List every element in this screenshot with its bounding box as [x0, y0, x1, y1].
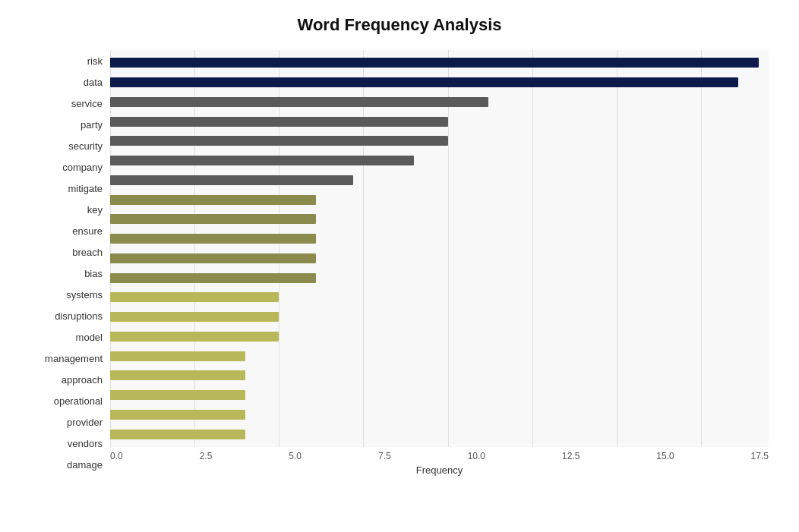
y-axis-label: data: [84, 77, 103, 87]
bar-row: [110, 288, 769, 307]
y-axis-labels: riskdataservicepartysecuritycompanymitig…: [30, 50, 110, 476]
y-axis-label: breach: [72, 247, 103, 257]
bar: [110, 77, 738, 87]
chart-title: Word Frequency Analysis: [30, 15, 769, 35]
y-axis-label: management: [45, 354, 103, 364]
bar-row: [110, 151, 769, 171]
y-axis-label: ensure: [72, 226, 103, 236]
bar: [110, 234, 316, 244]
bar-row: [110, 366, 769, 386]
y-axis-label: model: [76, 332, 103, 342]
bar: [110, 253, 316, 263]
bar-row: [110, 405, 769, 425]
bar: [110, 410, 245, 420]
y-axis-label: systems: [66, 290, 103, 300]
bar: [110, 312, 279, 322]
y-axis-label: operational: [54, 396, 103, 406]
y-axis-label: key: [87, 205, 103, 215]
bar: [110, 214, 316, 224]
x-tick-label: 12.5: [562, 451, 580, 461]
bar: [110, 58, 759, 68]
bar-row: [110, 346, 769, 366]
y-axis-label: approach: [62, 375, 103, 385]
bar: [110, 117, 448, 127]
bar: [110, 175, 353, 185]
bar: [110, 430, 245, 439]
bar: [110, 390, 245, 400]
x-tick-label: 10.0: [468, 451, 485, 461]
bar-row: [110, 93, 769, 112]
bar-row: [110, 424, 769, 444]
y-axis-label: mitigate: [68, 184, 103, 194]
x-axis: 0.02.55.07.510.012.515.017.5: [110, 447, 769, 461]
x-tick-label: 17.5: [751, 451, 769, 461]
bar-row: [110, 190, 769, 209]
x-axis-label: Frequency: [110, 464, 769, 476]
y-axis-label: company: [62, 162, 103, 172]
y-axis-label: bias: [84, 269, 103, 279]
y-axis-label: party: [81, 120, 103, 130]
bar: [110, 156, 414, 165]
bar: [110, 97, 488, 107]
bar: [110, 273, 316, 283]
x-tick-label: 2.5: [200, 451, 213, 461]
x-tick-label: 15.0: [656, 451, 674, 461]
y-axis-label: risk: [87, 56, 103, 66]
bar-row: [110, 229, 769, 249]
x-tick-label: 5.0: [289, 451, 302, 461]
bar-row: [110, 53, 769, 73]
bar-row: [110, 249, 769, 269]
bar-row: [110, 73, 769, 93]
bars-and-xaxis: 0.02.55.07.510.012.515.017.5 Frequency: [110, 50, 769, 476]
y-axis-label: disruptions: [55, 311, 103, 321]
bar: [110, 370, 245, 380]
bars-inner: [110, 50, 769, 447]
x-tick-label: 0.0: [110, 451, 123, 461]
bar-row: [110, 268, 769, 288]
bar-row: [110, 327, 769, 347]
bar-row: [110, 131, 769, 151]
bar: [110, 292, 279, 302]
y-axis-label: damage: [67, 460, 103, 470]
chart-area: riskdataservicepartysecuritycompanymitig…: [30, 50, 769, 476]
chart-container: Word Frequency Analysis riskdataservicep…: [0, 0, 799, 532]
bar-row: [110, 171, 769, 190]
bar-row: [110, 386, 769, 405]
bar-row: [110, 209, 769, 229]
bar: [110, 351, 245, 361]
bar: [110, 332, 279, 342]
bar: [110, 195, 316, 205]
bars-wrapper: [110, 50, 769, 447]
bar-row: [110, 112, 769, 131]
bar-row: [110, 307, 769, 327]
y-axis-label: provider: [67, 417, 103, 427]
x-tick-label: 7.5: [378, 451, 391, 461]
y-axis-label: security: [68, 141, 103, 151]
y-axis-label: service: [71, 99, 103, 109]
y-axis-label: vendors: [68, 439, 103, 449]
bar: [110, 136, 448, 146]
